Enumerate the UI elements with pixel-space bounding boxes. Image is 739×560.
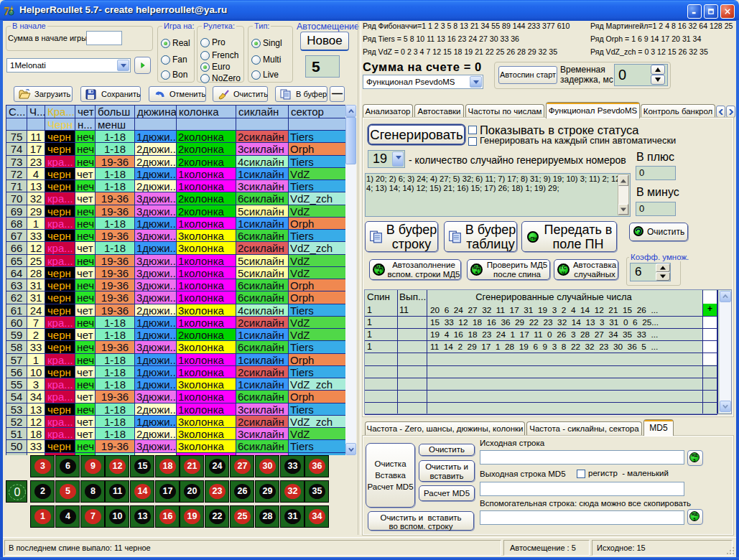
svg-text:7: 7 [4, 5, 9, 17]
svg-text:0: 0 [14, 486, 21, 498]
